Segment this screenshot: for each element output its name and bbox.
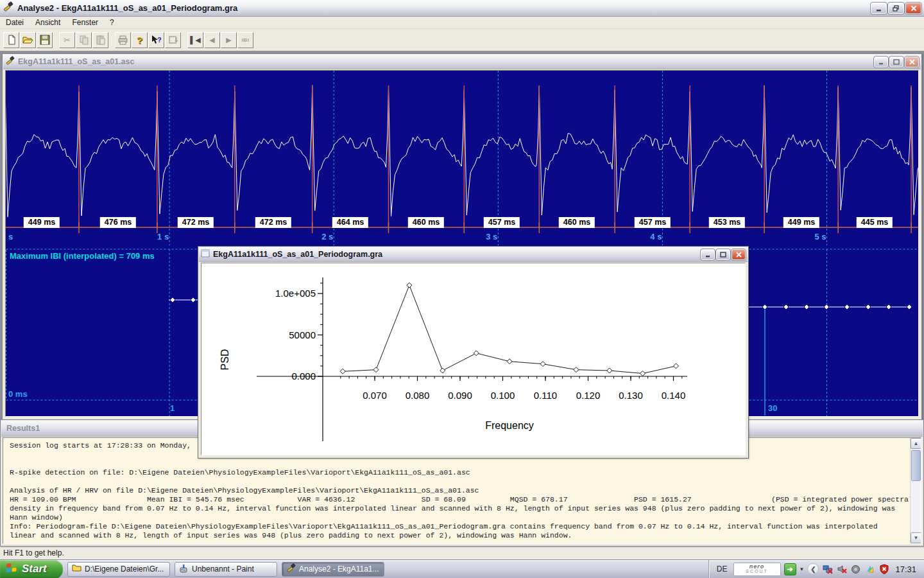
print-button[interactable] [115,32,131,48]
menu-item-ansicht[interactable]: Ansicht [30,17,66,28]
ibi-value-label: 449 ms [24,217,60,228]
scissors-icon: ✂ [64,35,71,45]
periodogram-close-button[interactable] [732,249,746,260]
task-label: Analyse2 - EkgA11a1... [299,565,379,574]
scroll-down-button[interactable]: ▼ [911,532,921,543]
ibi-value-label: 453 ms [709,217,745,228]
periodogram-minimize-button[interactable] [701,249,715,260]
beat-axis-end-label: 30 [768,403,777,413]
ecg-close-button[interactable] [905,57,919,67]
messenger-bird-icon[interactable] [864,564,875,575]
next-interval-button[interactable]: ▶ [221,32,237,48]
ibi-value-label: 460 ms [559,217,595,228]
results-scrollbar[interactable]: ▲ ▼ [910,438,921,543]
ecg-maximize-button[interactable] [889,57,903,67]
ibi-button[interactable]: IBI [237,32,253,48]
ibi-value-label: 445 ms [857,217,893,228]
time-axis-label: 2 s [321,232,333,241]
menu-item-datei[interactable]: Datei [0,17,30,28]
next-icon: ▶ [226,36,231,44]
hide-icons-chevron[interactable]: ❮ [807,563,819,575]
first-interval-button[interactable]: ▌◀ [187,32,203,48]
toolbar: ✂ ? ? ▌◀ ◀ ▶ IBI [0,29,924,51]
taskbar-task-3[interactable]: Analyse2 - EkgA11a1... [282,562,384,577]
context-help-button[interactable]: ? [148,32,164,48]
svg-text:50000: 50000 [289,329,316,340]
svg-text:0.110: 0.110 [534,390,557,401]
first-icon: ▌◀ [190,36,200,44]
menubar: DateiAnsichtFenster? [0,17,924,29]
nero-scout-widget[interactable]: nero SCOUT [733,563,781,576]
ibi-value-label: 464 ms [332,217,368,228]
log-line: R-spike detection on file: D:\Eigene Dat… [3,468,921,477]
copy-button[interactable] [76,32,92,48]
svg-text:0.080: 0.080 [406,390,430,401]
ecg-window-title: EkgA11a1k111_oS_as_a01.asc [18,57,134,66]
analyse-icon [286,563,296,575]
close-button[interactable] [905,3,921,14]
ibi-value-label: 472 ms [255,217,291,228]
app-titlebar[interactable]: Analyse2 - EkgA11a1k111_oS_as_a01_Period… [0,0,924,17]
scroll-up-button[interactable]: ▲ [911,438,921,449]
svg-text:0.140: 0.140 [662,390,686,401]
menu-item-fenster[interactable]: Fenster [66,17,104,28]
svg-text:?: ? [157,36,162,44]
restore-button[interactable] [888,3,904,14]
svg-text:0.120: 0.120 [576,390,601,401]
volume-muted-icon[interactable] [836,564,847,575]
ibi-value-label: 476 ms [100,217,136,228]
paint-icon [179,564,189,575]
language-indicator[interactable]: DE [714,563,730,575]
new-button[interactable] [3,32,19,48]
start-button[interactable]: Start [0,560,63,578]
log-line [3,459,921,468]
start-label: Start [22,563,47,575]
clock: 17:31 [893,565,920,574]
results-window-title: Results1 [6,424,40,433]
max-ibi-label: Maximum IBI (interpolated) = 709 ms [10,251,155,261]
menu-item-?[interactable]: ? [104,17,120,28]
frame-button[interactable] [165,32,181,48]
previous-interval-button[interactable]: ◀ [204,32,220,48]
log-line: Analysis of HR / HRV on file D:\Eigene D… [3,486,921,495]
taskbar: Start D:\Eigene Dateien\Gr...Unbenannt -… [0,559,924,578]
ecg-minimize-button[interactable] [874,57,888,67]
taskbar-task-1[interactable]: D:\Eigene Dateien\Gr... [67,562,170,577]
scrollbar-thumb[interactable] [911,450,921,481]
svg-text:0.130: 0.130 [619,390,643,401]
log-line [3,477,921,486]
time-axis-label: 3 s [486,232,497,241]
periodogram-chart: 0.0700.0800.0900.1000.1100.1200.1300.140… [201,263,746,455]
zero-ms-label: 0 ms [8,389,28,399]
save-button[interactable] [37,32,53,48]
periodogram-window-icon [201,249,210,260]
ibi-value-label: 472 ms [178,217,214,228]
periodogram-window: EkgA11a1k111_oS_as_a01_Periodogram.gra 0… [198,246,749,459]
task-label: D:\Eigene Dateien\Gr... [85,565,164,574]
task-label: Unbenannt - Paint [192,565,254,574]
application-window: Analyse2 - EkgA11a1k111_oS_as_a01_Period… [0,0,924,578]
dropdown-caret-icon[interactable]: ▼ [800,566,805,572]
time-axis-label: s [8,232,13,241]
cut-button[interactable]: ✂ [59,32,75,48]
help-button[interactable]: ? [132,32,148,48]
security-alert-shield-icon[interactable] [878,564,889,575]
periodogram-maximize-button[interactable] [716,249,730,260]
open-button[interactable] [20,32,36,48]
ecg-window-titlebar[interactable]: EkgA11a1k111_oS_as_a01.asc [3,55,921,69]
periodogram-window-titlebar[interactable]: EkgA11a1k111_oS_as_a01_Periodogram.gra [199,247,748,262]
minimize-button[interactable] [871,3,887,14]
svg-text:1.0e+005: 1.0e+005 [275,288,316,299]
svg-text:0.100: 0.100 [491,390,515,401]
gray-status-icon[interactable] [850,564,861,575]
taskbar-task-2[interactable]: Unbenannt - Paint [175,562,277,577]
quick-launch-arrow-icon[interactable]: ➔ [784,563,796,575]
system-tray: DE nero SCOUT ➔ ▼ ❮ 17:31 [708,560,924,578]
paste-button[interactable] [92,32,108,48]
time-axis-label: 1 s [157,232,169,241]
network-disconnected-icon[interactable] [822,564,833,575]
previous-icon: ◀ [209,36,214,44]
status-text: Hit F1 to get help. [3,548,64,557]
ibi-value-label: 449 ms [783,217,819,228]
periodogram-window-title: EkgA11a1k111_oS_as_a01_Periodogram.gra [213,250,382,259]
